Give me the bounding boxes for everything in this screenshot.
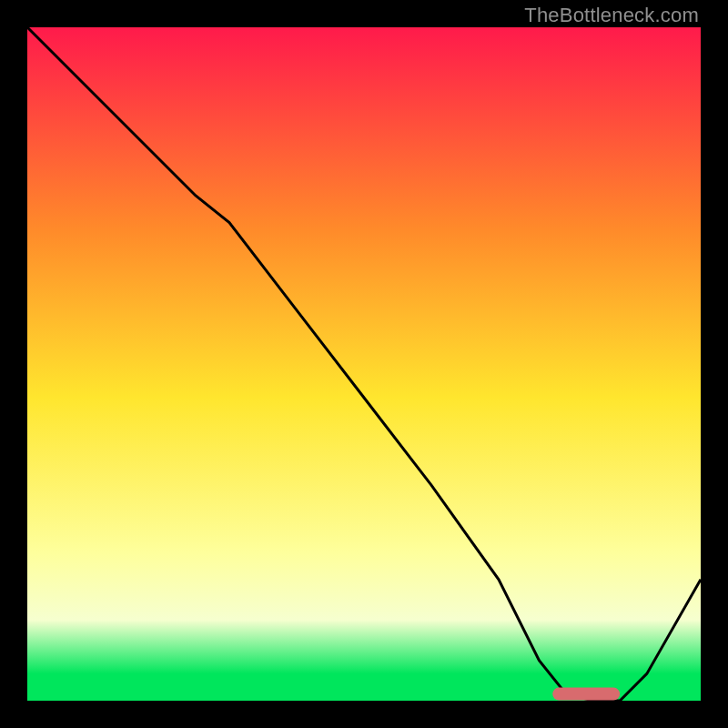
bottleneck-chart xyxy=(27,27,701,701)
chart-frame xyxy=(27,27,701,701)
watermark-text: TheBottleneck.com xyxy=(524,4,699,27)
optimal-range-marker xyxy=(552,688,620,701)
